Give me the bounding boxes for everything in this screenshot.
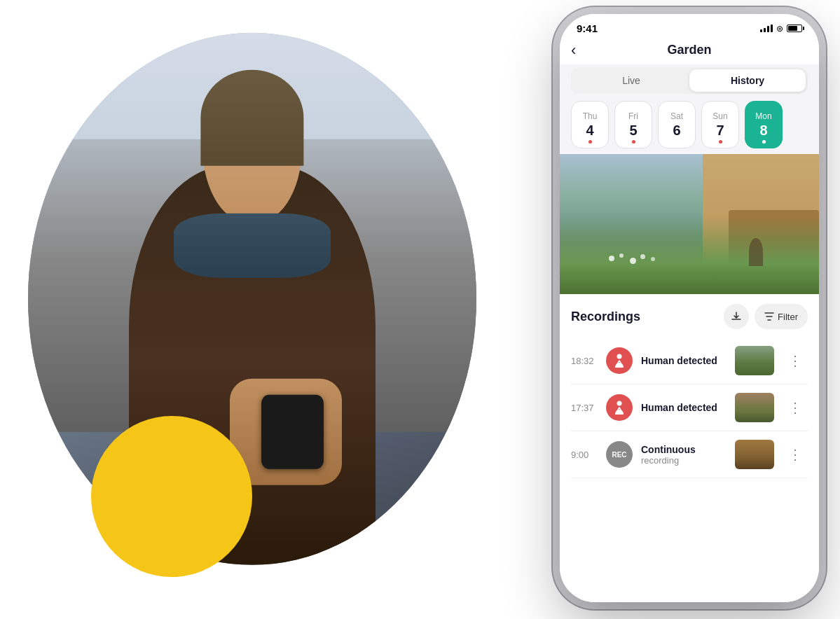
recordings-section: Recordings Filter bbox=[560, 294, 819, 602]
recordings-title: Recordings bbox=[571, 310, 640, 324]
recording-more-3[interactable]: ⋮ bbox=[783, 443, 808, 466]
date-mon-num: 8 bbox=[759, 123, 767, 139]
rec-label: REC bbox=[612, 451, 626, 459]
tab-switcher: Live History bbox=[571, 67, 808, 94]
date-sun-name: Sun bbox=[712, 111, 727, 121]
date-mon[interactable]: Mon 8 bbox=[745, 101, 783, 148]
recording-time-1: 18:32 bbox=[571, 356, 598, 366]
date-sat[interactable]: Sat 6 bbox=[658, 101, 696, 148]
recordings-list: 18:32 Human detected ⋮ bbox=[571, 338, 808, 478]
date-sun-num: 7 bbox=[716, 123, 724, 139]
recording-label-3: Continuous bbox=[641, 444, 727, 455]
rec-icon-1: REC bbox=[606, 441, 633, 468]
phone-mockup: 9:41 ⊛ ‹ Garden Live bbox=[560, 14, 819, 602]
recording-time-2: 17:37 bbox=[571, 403, 598, 413]
recording-item-1[interactable]: 18:32 Human detected ⋮ bbox=[571, 338, 808, 384]
date-fri-dot bbox=[632, 140, 635, 144]
date-thu-num: 4 bbox=[586, 123, 593, 139]
svg-point-1 bbox=[617, 401, 622, 406]
recording-thumb-3[interactable] bbox=[735, 440, 774, 469]
tab-live[interactable]: Live bbox=[573, 69, 689, 92]
photo-area bbox=[0, 0, 504, 619]
recording-label-1: Human detected bbox=[641, 355, 727, 366]
date-thu-name: Thu bbox=[583, 111, 598, 121]
recording-more-1[interactable]: ⋮ bbox=[783, 349, 808, 372]
signal-icon bbox=[760, 25, 773, 32]
date-sun-dot bbox=[719, 140, 722, 144]
tab-history[interactable]: History bbox=[689, 69, 806, 92]
app-title: Garden bbox=[667, 43, 711, 57]
recording-thumb-1[interactable] bbox=[735, 346, 774, 375]
human-icon-1 bbox=[606, 347, 633, 374]
date-sun[interactable]: Sun 7 bbox=[701, 101, 739, 148]
human-icon-2 bbox=[606, 394, 633, 421]
recording-info-2: Human detected bbox=[641, 402, 727, 413]
recording-info-3: Continuous recording bbox=[641, 444, 727, 466]
date-sat-num: 6 bbox=[673, 123, 680, 139]
date-fri[interactable]: Fri 5 bbox=[614, 101, 652, 148]
recording-item-2[interactable]: 17:37 Human detected ⋮ bbox=[571, 384, 808, 431]
date-mon-dot bbox=[762, 140, 766, 144]
filter-button[interactable]: Filter bbox=[755, 304, 808, 329]
recording-item-3[interactable]: 9:00 REC Continuous recording ⋮ bbox=[571, 431, 808, 478]
status-time: 9:41 bbox=[577, 22, 598, 34]
date-fri-num: 5 bbox=[629, 123, 637, 139]
date-mon-name: Mon bbox=[755, 111, 771, 121]
download-button[interactable] bbox=[724, 304, 749, 329]
phone-frame: 9:41 ⊛ ‹ Garden Live bbox=[560, 14, 819, 602]
recording-sublabel-3: recording bbox=[641, 455, 727, 466]
svg-point-0 bbox=[617, 354, 622, 359]
recording-info-1: Human detected bbox=[641, 355, 727, 366]
date-fri-name: Fri bbox=[628, 111, 638, 121]
yellow-decorative-circle bbox=[91, 416, 252, 577]
filter-label: Filter bbox=[778, 312, 798, 322]
battery-icon bbox=[787, 25, 802, 32]
recording-thumb-2[interactable] bbox=[735, 393, 774, 422]
recordings-header: Recordings Filter bbox=[571, 294, 808, 338]
camera-preview[interactable] bbox=[560, 154, 819, 294]
date-picker: Thu 4 Fri 5 Sat 6 Sun 7 M bbox=[560, 101, 819, 148]
status-bar: 9:41 ⊛ bbox=[560, 14, 819, 39]
recording-more-2[interactable]: ⋮ bbox=[783, 396, 808, 419]
app-header: ‹ Garden bbox=[560, 39, 819, 64]
date-sat-name: Sat bbox=[670, 111, 683, 121]
wifi-icon: ⊛ bbox=[776, 24, 783, 34]
recordings-actions: Filter bbox=[724, 304, 808, 329]
date-thu-dot bbox=[588, 140, 592, 144]
recording-time-3: 9:00 bbox=[571, 450, 598, 460]
back-button[interactable]: ‹ bbox=[571, 41, 576, 60]
status-icons: ⊛ bbox=[760, 24, 802, 34]
date-thu[interactable]: Thu 4 bbox=[571, 101, 609, 148]
recording-label-2: Human detected bbox=[641, 402, 727, 413]
